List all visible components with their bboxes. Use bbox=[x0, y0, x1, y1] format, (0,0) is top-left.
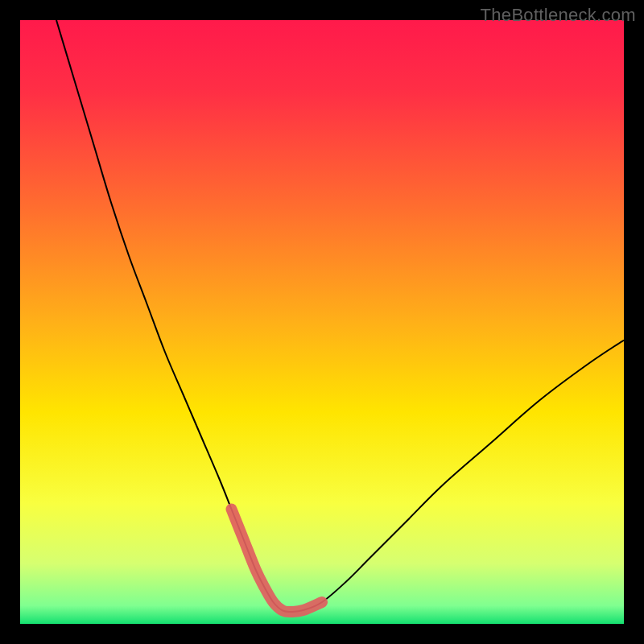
gradient-background bbox=[20, 20, 624, 624]
watermark-text: TheBottleneck.com bbox=[481, 5, 636, 26]
chart-frame: TheBottleneck.com bbox=[0, 0, 644, 644]
bottleneck-chart bbox=[20, 20, 624, 624]
plot-area bbox=[20, 20, 624, 624]
